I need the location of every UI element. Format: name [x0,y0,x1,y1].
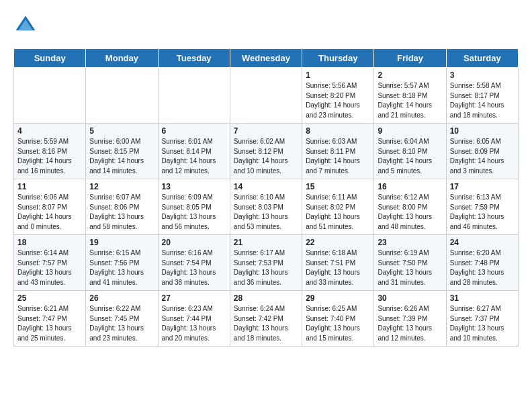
calendar-day: 27 Sunrise: 6:23 AMSunset: 7:44 PMDaylig… [158,291,230,347]
calendar-day [230,68,302,124]
calendar-day: 17 Sunrise: 6:13 AMSunset: 7:59 PMDaylig… [446,179,518,235]
calendar-day: 2 Sunrise: 5:57 AMSunset: 8:18 PMDayligh… [374,68,446,124]
calendar-table: SundayMondayTuesdayWednesdayThursdayFrid… [13,48,519,347]
calendar-day: 20 Sunrise: 6:16 AMSunset: 7:54 PMDaylig… [158,235,230,291]
day-info: Sunrise: 6:10 AMSunset: 8:03 PMDaylight:… [234,193,288,230]
day-info: Sunrise: 6:22 AMSunset: 7:45 PMDaylight:… [89,305,144,342]
day-info: Sunrise: 6:26 AMSunset: 7:39 PMDaylight:… [378,305,432,342]
calendar-day: 10 Sunrise: 6:05 AMSunset: 8:09 PMDaylig… [446,124,518,179]
calendar-day: 26 Sunrise: 6:22 AMSunset: 7:45 PMDaylig… [86,291,158,347]
day-info: Sunrise: 6:13 AMSunset: 7:59 PMDaylight:… [450,193,504,230]
day-number: 7 [234,126,298,136]
calendar-day: 14 Sunrise: 6:10 AMSunset: 8:03 PMDaylig… [230,179,302,235]
day-number: 8 [306,126,370,136]
week-row: 25 Sunrise: 6:21 AMSunset: 7:47 PMDaylig… [14,291,519,347]
calendar-day: 25 Sunrise: 6:21 AMSunset: 7:47 PMDaylig… [14,291,86,347]
calendar-day: 23 Sunrise: 6:19 AMSunset: 7:50 PMDaylig… [374,235,446,291]
day-info: Sunrise: 6:00 AMSunset: 8:15 PMDaylight:… [89,138,144,175]
calendar-day: 29 Sunrise: 6:25 AMSunset: 7:40 PMDaylig… [302,291,374,347]
calendar-day: 9 Sunrise: 6:04 AMSunset: 8:10 PMDayligh… [374,124,446,179]
day-number: 21 [234,238,298,247]
page-header [13,13,519,38]
day-info: Sunrise: 6:21 AMSunset: 7:47 PMDaylight:… [17,305,72,342]
day-number: 30 [378,293,442,303]
day-number: 1 [306,71,370,80]
calendar-day [86,68,158,124]
day-number: 23 [378,238,442,247]
day-info: Sunrise: 6:11 AMSunset: 8:02 PMDaylight:… [306,193,360,230]
day-number: 6 [162,126,226,136]
calendar-day: 1 Sunrise: 5:56 AMSunset: 8:20 PMDayligh… [302,68,374,124]
day-info: Sunrise: 6:24 AMSunset: 7:42 PMDaylight:… [234,305,288,342]
day-info: Sunrise: 6:17 AMSunset: 7:53 PMDaylight:… [234,249,288,286]
header-day: Sunday [14,49,86,68]
calendar-day: 18 Sunrise: 6:14 AMSunset: 7:57 PMDaylig… [14,235,86,291]
day-info: Sunrise: 6:03 AMSunset: 8:11 PMDaylight:… [306,138,360,175]
calendar-day: 4 Sunrise: 5:59 AMSunset: 8:16 PMDayligh… [14,124,86,179]
day-number: 26 [89,293,154,303]
calendar-day: 24 Sunrise: 6:20 AMSunset: 7:48 PMDaylig… [446,235,518,291]
day-number: 18 [17,238,82,247]
calendar-day: 16 Sunrise: 6:12 AMSunset: 8:00 PMDaylig… [374,179,446,235]
calendar-day [14,68,86,124]
day-number: 2 [378,71,442,80]
header-day: Thursday [302,49,374,68]
day-number: 4 [17,126,82,136]
week-row: 4 Sunrise: 5:59 AMSunset: 8:16 PMDayligh… [14,124,519,179]
day-info: Sunrise: 6:15 AMSunset: 7:56 PMDaylight:… [89,249,144,286]
day-info: Sunrise: 6:02 AMSunset: 8:12 PMDaylight:… [234,138,288,175]
day-number: 29 [306,293,370,303]
day-number: 11 [17,182,82,191]
day-info: Sunrise: 6:16 AMSunset: 7:54 PMDaylight:… [162,249,216,286]
calendar-day: 31 Sunrise: 6:27 AMSunset: 7:37 PMDaylig… [446,291,518,347]
day-number: 15 [306,182,370,191]
day-info: Sunrise: 6:18 AMSunset: 7:51 PMDaylight:… [306,249,360,286]
day-number: 17 [450,182,515,191]
day-number: 12 [89,182,154,191]
calendar-day: 22 Sunrise: 6:18 AMSunset: 7:51 PMDaylig… [302,235,374,291]
day-number: 27 [162,293,226,303]
calendar-header: SundayMondayTuesdayWednesdayThursdayFrid… [14,49,519,68]
calendar-day: 3 Sunrise: 5:58 AMSunset: 8:17 PMDayligh… [446,68,518,124]
day-number: 10 [450,126,515,136]
calendar-day: 21 Sunrise: 6:17 AMSunset: 7:53 PMDaylig… [230,235,302,291]
header-day: Saturday [446,49,518,68]
week-row: 11 Sunrise: 6:06 AMSunset: 8:07 PMDaylig… [14,179,519,235]
day-info: Sunrise: 6:05 AMSunset: 8:09 PMDaylight:… [450,138,504,175]
day-info: Sunrise: 6:12 AMSunset: 8:00 PMDaylight:… [378,193,432,230]
day-info: Sunrise: 5:57 AMSunset: 8:18 PMDaylight:… [378,82,432,119]
header-row: SundayMondayTuesdayWednesdayThursdayFrid… [14,49,519,68]
day-info: Sunrise: 6:25 AMSunset: 7:40 PMDaylight:… [306,305,360,342]
header-day: Monday [86,49,158,68]
calendar-day: 13 Sunrise: 6:09 AMSunset: 8:05 PMDaylig… [158,179,230,235]
day-number: 3 [450,71,515,80]
week-row: 1 Sunrise: 5:56 AMSunset: 8:20 PMDayligh… [14,68,519,124]
day-info: Sunrise: 6:01 AMSunset: 8:14 PMDaylight:… [162,138,216,175]
day-number: 19 [89,238,154,247]
day-info: Sunrise: 6:09 AMSunset: 8:05 PMDaylight:… [162,193,216,230]
day-info: Sunrise: 6:06 AMSunset: 8:07 PMDaylight:… [17,193,72,230]
calendar-day: 15 Sunrise: 6:11 AMSunset: 8:02 PMDaylig… [302,179,374,235]
calendar-day: 30 Sunrise: 6:26 AMSunset: 7:39 PMDaylig… [374,291,446,347]
day-info: Sunrise: 6:04 AMSunset: 8:10 PMDaylight:… [378,138,432,175]
day-number: 31 [450,293,515,303]
calendar-day: 7 Sunrise: 6:02 AMSunset: 8:12 PMDayligh… [230,124,302,179]
day-info: Sunrise: 6:19 AMSunset: 7:50 PMDaylight:… [378,249,432,286]
week-row: 18 Sunrise: 6:14 AMSunset: 7:57 PMDaylig… [14,235,519,291]
day-info: Sunrise: 6:27 AMSunset: 7:37 PMDaylight:… [450,305,504,342]
day-number: 28 [234,293,298,303]
calendar-day: 6 Sunrise: 6:01 AMSunset: 8:14 PMDayligh… [158,124,230,179]
calendar-day: 19 Sunrise: 6:15 AMSunset: 7:56 PMDaylig… [86,235,158,291]
calendar-day: 12 Sunrise: 6:07 AMSunset: 8:06 PMDaylig… [86,179,158,235]
calendar-body: 1 Sunrise: 5:56 AMSunset: 8:20 PMDayligh… [14,68,519,347]
calendar-day [158,68,230,124]
logo-icon [13,13,38,38]
calendar-day: 28 Sunrise: 6:24 AMSunset: 7:42 PMDaylig… [230,291,302,347]
calendar-day: 5 Sunrise: 6:00 AMSunset: 8:15 PMDayligh… [86,124,158,179]
day-number: 24 [450,238,515,247]
day-number: 9 [378,126,442,136]
day-info: Sunrise: 5:56 AMSunset: 8:20 PMDaylight:… [306,82,360,119]
header-day: Wednesday [230,49,302,68]
day-info: Sunrise: 6:14 AMSunset: 7:57 PMDaylight:… [17,249,72,286]
day-number: 22 [306,238,370,247]
